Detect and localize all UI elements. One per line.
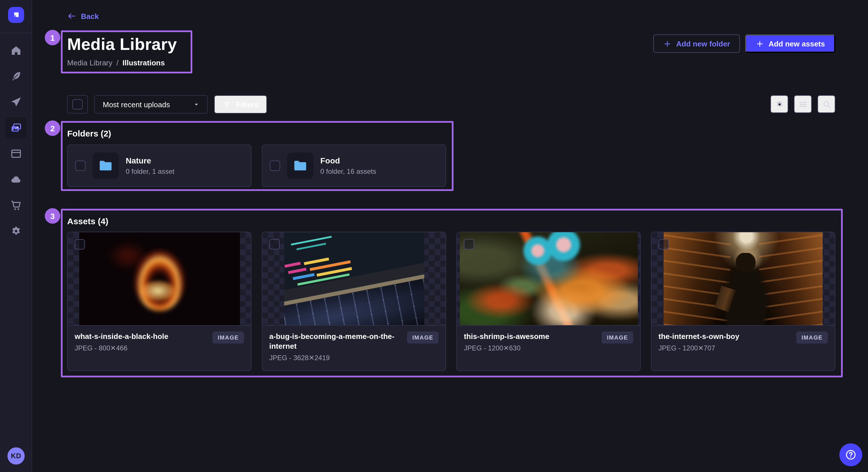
add-new-assets-label: Add new assets: [768, 39, 825, 48]
page-head: Media Library Media Library / Illustrati…: [67, 35, 177, 67]
user-avatar[interactable]: KD: [7, 447, 25, 465]
folder-card-food[interactable]: Food 0 folder, 16 assets: [262, 144, 446, 187]
assets-grid: what-s-inside-a-black-hole JPEG - 800✕46…: [67, 232, 835, 371]
select-all-checkbox[interactable]: [72, 99, 83, 109]
toolbar-left: Most recent uploads Filters: [67, 95, 267, 113]
search-button[interactable]: [817, 95, 835, 113]
media-library-page: KD Back Media Library Media Library / Il…: [0, 0, 868, 472]
back-link[interactable]: Back: [67, 11, 99, 21]
breadcrumb-current: Illustrations: [123, 59, 165, 67]
help-button[interactable]: [839, 443, 862, 466]
asset-type-badge: IMAGE: [601, 332, 633, 343]
asset-meta: JPEG - 3628✕2419: [269, 354, 439, 362]
strapi-logo-icon[interactable]: [8, 7, 24, 23]
sidebar-item-content[interactable]: [10, 71, 22, 82]
gear-icon: [10, 225, 22, 237]
asset-meta: JPEG - 1200✕630: [464, 344, 633, 352]
strapi-logo-glyph: [11, 10, 21, 20]
asset-card-internets-own-boy[interactable]: the-internet-s-own-boy JPEG - 1200✕707 I…: [651, 232, 835, 371]
toolbar-right: [770, 95, 835, 113]
asset-title: what-s-inside-a-black-hole: [74, 332, 208, 341]
feather-icon: [10, 71, 22, 82]
black-hole-glow: [108, 241, 148, 270]
annotation-badge-3: 3: [45, 208, 60, 224]
asset-title: the-internet-s-own-boy: [658, 332, 792, 341]
asset-card-shrimp[interactable]: this-shrimp-is-awesome JPEG - 1200✕630 I…: [456, 232, 641, 371]
laptop-code-image: [284, 232, 424, 325]
gear-icon: [775, 100, 784, 109]
add-new-folder-button[interactable]: Add new folder: [653, 34, 740, 53]
asset-title: this-shrimp-is-awesome: [464, 332, 597, 341]
filters-label: Filters: [236, 100, 258, 109]
sidebar-item-marketplace[interactable]: [10, 200, 22, 211]
chevron-down-icon: [192, 100, 200, 108]
sidebar-divider: [0, 33, 32, 33]
sidebar-item-media-library[interactable]: [10, 122, 22, 134]
plus-icon: [663, 39, 672, 48]
asset-card-black-hole[interactable]: what-s-inside-a-black-hole JPEG - 800✕46…: [67, 232, 251, 371]
folder-tile: [287, 153, 313, 179]
folder-meta: 0 folder, 16 assets: [320, 167, 376, 175]
sidebar: KD: [0, 0, 32, 472]
asset-thumbnail: [262, 232, 445, 326]
folder-name: Food: [320, 156, 376, 165]
sidebar-item-releases[interactable]: [10, 96, 22, 108]
cloud-icon: [10, 174, 22, 185]
asset-checkbox[interactable]: [269, 239, 280, 249]
search-icon: [822, 100, 831, 109]
page-title: Media Library: [67, 35, 177, 54]
sidebar-item-settings[interactable]: [10, 225, 22, 237]
asset-card-bug-meme[interactable]: a-bug-is-becoming-a-meme-on-the-internet…: [262, 232, 446, 371]
layout-icon: [10, 148, 22, 160]
folder-icon: [293, 158, 308, 173]
sidebar-item-deploy[interactable]: [10, 174, 22, 185]
asset-thumbnail: [652, 232, 835, 326]
folder-meta: 0 folder, 1 asset: [126, 167, 174, 175]
folder-checkbox[interactable]: [75, 161, 86, 171]
list-icon: [798, 100, 807, 109]
sort-dropdown[interactable]: Most recent uploads: [94, 95, 208, 113]
arrow-left-icon: [67, 11, 76, 21]
breadcrumb-parent[interactable]: Media Library: [67, 59, 113, 67]
add-new-assets-button[interactable]: Add new assets: [745, 34, 835, 53]
home-icon: [10, 45, 22, 56]
folder-icon: [98, 158, 113, 173]
asset-type-badge: IMAGE: [212, 332, 244, 343]
folder-info: Food 0 folder, 16 assets: [320, 156, 376, 175]
asset-title: a-bug-is-becoming-a-meme-on-the-internet: [269, 332, 402, 351]
select-all-container: [67, 95, 88, 113]
folder-name: Nature: [126, 156, 174, 165]
sidebar-item-home[interactable]: [10, 45, 22, 56]
sidebar-nav: [0, 45, 32, 237]
asset-checkbox[interactable]: [658, 239, 669, 249]
folders-grid: Nature 0 folder, 1 asset Food 0 folder, …: [67, 144, 446, 187]
sidebar-item-content-type-builder[interactable]: [10, 148, 22, 160]
folder-tile: [92, 153, 119, 179]
asset-footer: the-internet-s-own-boy JPEG - 1200✕707 I…: [652, 326, 835, 370]
black-hole-image: [79, 232, 240, 325]
sort-dropdown-value: Most recent uploads: [103, 100, 170, 109]
asset-checkbox[interactable]: [74, 239, 85, 249]
cart-icon: [10, 200, 22, 211]
images-icon: [10, 122, 22, 134]
add-new-folder-label: Add new folder: [676, 39, 730, 48]
folders-heading: Folders (2): [67, 129, 111, 138]
asset-thumbnail: [68, 232, 251, 326]
asset-meta: JPEG - 1200✕707: [658, 344, 828, 352]
asset-footer: a-bug-is-becoming-a-meme-on-the-internet…: [262, 326, 445, 370]
help-question-icon: [844, 448, 857, 461]
filters-button[interactable]: Filters: [214, 95, 267, 113]
view-settings-button[interactable]: [770, 95, 788, 113]
plus-icon: [755, 39, 764, 48]
library-portrait-image: [663, 232, 823, 325]
list-view-button[interactable]: [794, 95, 812, 113]
back-label: Back: [81, 12, 99, 20]
paper-plane-icon: [10, 96, 22, 108]
breadcrumb: Media Library / Illustrations: [67, 59, 177, 67]
folder-checkbox[interactable]: [270, 161, 280, 171]
asset-type-badge: IMAGE: [407, 332, 439, 343]
folder-card-nature[interactable]: Nature 0 folder, 1 asset: [67, 144, 251, 187]
asset-thumbnail: [457, 232, 640, 326]
asset-checkbox[interactable]: [464, 239, 474, 249]
folder-info: Nature 0 folder, 1 asset: [126, 156, 174, 175]
